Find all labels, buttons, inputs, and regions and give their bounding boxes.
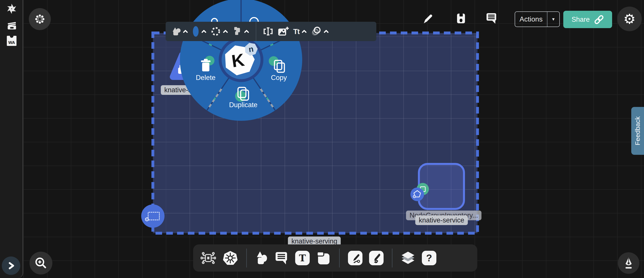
chevron-up-icon (302, 30, 307, 33)
opacity-circles-icon (311, 26, 321, 36)
label-knative-service[interactable]: knative-service (415, 215, 468, 225)
comment-tool[interactable] (275, 251, 288, 265)
spiral-logo-icon (6, 3, 18, 14)
pentagon-gear-icon (412, 189, 422, 199)
dock-divider (246, 249, 247, 268)
copy-label: Copy (271, 74, 287, 81)
help-tool[interactable]: ? (422, 251, 436, 265)
wa-label: WA (8, 40, 15, 45)
trash-icon (201, 59, 210, 71)
dashed-rect-icon (148, 212, 160, 220)
connector-tool[interactable] (348, 251, 362, 265)
frame-tool-icon (316, 251, 331, 265)
save-icon (456, 13, 466, 24)
draw-tool-key (369, 251, 384, 265)
shapes-tool[interactable] (255, 251, 268, 265)
archive-icon (6, 20, 17, 30)
fill-color-swatch (192, 26, 199, 37)
save-button[interactable] (454, 12, 468, 25)
delete-label: Delete (196, 74, 216, 81)
text-tool[interactable]: T (295, 251, 310, 265)
text-style-icon: Tt (293, 27, 299, 36)
shapes-icon (172, 27, 180, 36)
chevron-up-icon (324, 30, 329, 33)
pen-nib-icon (622, 256, 636, 270)
expand-sidebar-button[interactable] (2, 257, 20, 275)
duplicate-label: Duplicate (229, 101, 257, 109)
shapes-tool-icon (255, 251, 268, 265)
dashed-circle-icon (211, 26, 220, 36)
text-tool-key: T (295, 251, 310, 265)
draw-tool[interactable] (369, 251, 384, 265)
layer-order-button[interactable] (232, 26, 249, 36)
opacity-button[interactable] (311, 26, 329, 36)
pen-mode-button[interactable] (618, 252, 640, 274)
help-tool-key: ? (422, 251, 436, 265)
border-style-button[interactable] (211, 26, 228, 36)
resize-text-button[interactable] (263, 27, 274, 36)
tool-dock: T (193, 244, 477, 272)
integrations-tool[interactable] (200, 251, 216, 265)
actions-dropdown[interactable]: ▼ (547, 12, 559, 26)
chevron-up-icon (244, 30, 249, 33)
zoom-in-button[interactable] (30, 252, 52, 275)
webassembly-icon: WA (6, 36, 17, 46)
help-icon: ? (426, 253, 432, 264)
chevron-up-icon (201, 30, 206, 33)
connector-pen-icon (350, 253, 360, 263)
resize-text-icon (263, 27, 274, 36)
dock-divider (339, 249, 340, 268)
draw-pencil-icon (371, 253, 382, 263)
style-toolbar: Tt (166, 22, 376, 41)
layers-tool[interactable] (401, 251, 415, 265)
knative-badge-icon[interactable] (410, 187, 424, 201)
chevron-up-icon (183, 30, 188, 33)
share-button[interactable]: Share (563, 11, 612, 28)
flower-icon (34, 13, 46, 25)
comment-icon (486, 13, 498, 24)
integrations-icon (200, 251, 216, 265)
text-tool-icon: T (299, 253, 306, 264)
mini-gear-icon (144, 217, 150, 222)
connector-tool-key (348, 251, 362, 265)
group-select-badge[interactable] (141, 204, 164, 228)
library-sidebar: WA (0, 0, 23, 278)
share-label: Share (572, 15, 590, 23)
comments-button[interactable] (485, 11, 499, 25)
actions-button[interactable]: Actions ▼ (515, 11, 560, 27)
pencil-icon (423, 14, 434, 24)
sidebar-item-webassembly[interactable]: WA (0, 36, 23, 46)
quick-menu-button[interactable] (29, 8, 51, 30)
link-icon (594, 15, 604, 24)
toolbar-divider (256, 22, 256, 41)
feedback-label: Feedback (634, 116, 641, 145)
caret-down-icon: ▼ (552, 17, 556, 22)
frame-tool[interactable] (316, 251, 331, 265)
add-image-button[interactable] (278, 26, 289, 36)
layer-order-icon (232, 26, 242, 36)
fill-color-button[interactable] (192, 26, 206, 37)
dock-divider (392, 249, 392, 268)
comment-tool-icon (275, 251, 288, 265)
kubernetes-icon (222, 251, 238, 266)
feedback-tab[interactable]: Feedback (631, 107, 644, 155)
radial-context-menu[interactable]: Delete Copy Duplicate n K (180, 0, 303, 121)
add-image-icon (278, 26, 289, 36)
gear-icon: ⚙ (623, 11, 636, 27)
zoom-in-icon (34, 256, 48, 270)
shape-style-button[interactable] (172, 27, 188, 36)
layers-icon (401, 251, 415, 265)
sidebar-item-isoflow[interactable] (0, 3, 23, 14)
radial-menu-hub: n K (220, 39, 262, 81)
actions-label: Actions (515, 15, 547, 23)
chevron-right-icon (6, 261, 16, 271)
settings-button[interactable]: ⚙ (617, 6, 642, 31)
edit-button[interactable] (422, 12, 435, 25)
chevron-up-icon (223, 30, 228, 33)
sidebar-item-archive[interactable] (0, 20, 23, 30)
text-style-button[interactable]: Tt (293, 27, 307, 36)
kubernetes-tool[interactable] (222, 251, 238, 266)
